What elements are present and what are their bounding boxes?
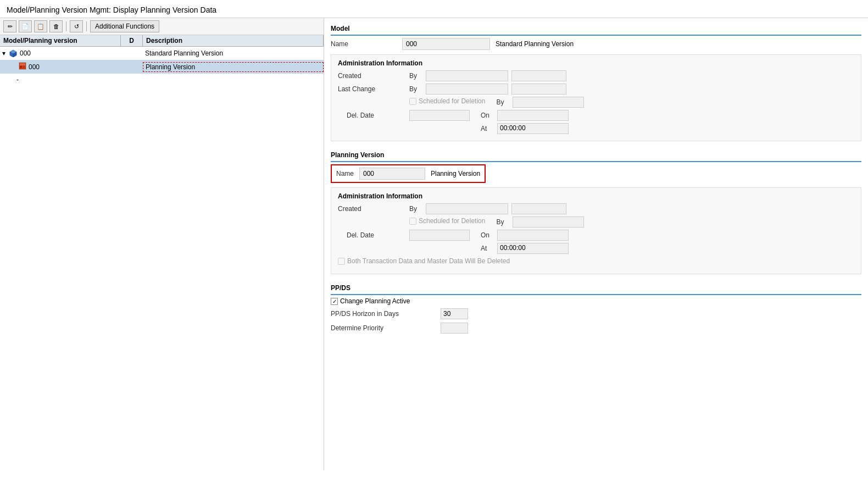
pv-created-row: Created By — [338, 203, 854, 214]
pv-admin-section: Administration Information Created By Sc… — [331, 187, 861, 274]
tree-desc-planning: Planning Version — [143, 62, 324, 72]
pv-del-date-row: Del. Date On — [338, 230, 854, 241]
pv-both-transaction-checkbox[interactable] — [338, 258, 345, 265]
tree-d-model — [121, 52, 143, 54]
model-lastchange-label: Last Change — [338, 85, 409, 93]
pv-on-label: On — [481, 231, 497, 239]
pv-name-box: Name 000 Planning Version — [331, 164, 486, 183]
model-del-date-label: Del. Date — [338, 112, 409, 119]
pv-del-date-label: Del. Date — [338, 231, 409, 239]
ppds-section: PP/DS ✓ Change Planning Active PP/DS Hor… — [331, 282, 861, 334]
pv-at-value: 00:00:00 — [497, 243, 569, 254]
pv-name-desc: Planning Version — [431, 170, 480, 178]
tree-col1-header: Model/Planning version — [0, 35, 121, 46]
ppds-horizon-value: 30 — [441, 308, 468, 319]
model-sched-del-label: Scheduled for Deletion — [419, 97, 485, 105]
model-name-desc: Standard Planning Version — [496, 40, 574, 48]
toolbar-btn-3[interactable]: 📋 — [34, 20, 47, 32]
toolbar-btn-1[interactable]: ✏ — [3, 20, 16, 32]
model-name-field: Name 000 Standard Planning Version — [331, 38, 861, 50]
tree-desc-model: Standard Planning Version — [143, 48, 324, 58]
model-at-row: At 00:00:00 — [338, 123, 854, 134]
model-sched-del-checkbox-row: Scheduled for Deletion — [409, 97, 485, 105]
ppds-horizon-row: PP/DS Horizon in Days 30 — [331, 308, 861, 319]
tree-body: ▾ 000 Standard Planning Version — [0, 47, 324, 470]
ppds-section-header: PP/DS — [331, 282, 861, 295]
toolbar-btn-refresh[interactable]: ↺ — [70, 20, 83, 32]
toolbar-btn-2[interactable]: 📄 — [19, 20, 32, 32]
model-lastchange-date — [511, 84, 566, 95]
model-created-by-value — [426, 70, 508, 81]
pv-sched-by-value — [513, 217, 584, 228]
ppds-change-planning-row: ✓ Change Planning Active — [331, 297, 861, 305]
pv-sched-del-row: Scheduled for Deletion By — [338, 217, 854, 228]
ppds-priority-row: Determine Priority — [331, 323, 861, 334]
pv-section-header: Planning Version — [331, 149, 861, 162]
model-lastchange-by-label: By — [409, 85, 426, 93]
tree-col2-header: D — [121, 35, 143, 46]
change-planning-checkbox[interactable]: ✓ — [331, 298, 338, 305]
model-section: Model Name 000 Standard Planning Version… — [331, 23, 861, 141]
right-panel: Model Name 000 Standard Planning Version… — [324, 18, 868, 470]
model-on-label: On — [481, 112, 497, 119]
pv-sched-del-label: Scheduled for Deletion — [419, 217, 485, 225]
tree-name-model: 000 — [20, 49, 31, 57]
pv-sched-by-label: By — [496, 218, 513, 226]
model-created-label: Created — [338, 72, 409, 80]
ppds-priority-value — [441, 323, 468, 334]
tree-expand-icon: ▾ — [2, 49, 7, 57]
model-del-date-row: Del. Date On — [338, 110, 854, 121]
model-sched-by-value — [513, 97, 584, 108]
toolbar-btn-delete[interactable]: 🗑 — [49, 20, 63, 32]
model-del-date-value — [409, 110, 470, 121]
pv-created-date — [511, 203, 566, 214]
model-sched-del-checkbox[interactable] — [409, 98, 416, 105]
pv-created-by-value — [426, 203, 508, 214]
ppds-horizon-label: PP/DS Horizon in Days — [331, 310, 441, 318]
tree-d-planning — [121, 66, 143, 68]
model-icon — [9, 49, 18, 58]
model-sched-by-label: By — [496, 98, 513, 106]
pv-sched-del-checkbox[interactable] — [409, 218, 416, 225]
additional-functions-button[interactable]: Additional Functions — [90, 20, 159, 32]
toolbar: ✏ 📄 📋 🗑 ↺ Additional Functions — [0, 18, 324, 35]
pv-name-label: Name — [336, 170, 354, 178]
tree-cell-name-planning: 000 — [0, 61, 121, 73]
change-planning-label: Change Planning Active — [340, 297, 410, 305]
pv-both-transaction-checkbox-row: Both Transaction Data and Master Data Wi… — [338, 257, 510, 265]
model-name-label: Name — [331, 40, 397, 48]
svg-rect-5 — [20, 63, 25, 65]
toolbar-separator — [66, 21, 66, 31]
model-created-by-label: By — [409, 72, 426, 80]
page-title: Model/Planning Version Mgmt: Display Pla… — [0, 0, 868, 18]
tree-row-model[interactable]: ▾ 000 Standard Planning Version — [0, 47, 324, 60]
pv-sched-del-checkbox-row: Scheduled for Deletion — [409, 217, 485, 225]
model-admin-section: Administration Information Created By La… — [331, 54, 861, 141]
pv-both-transaction-row: Both Transaction Data and Master Data Wi… — [338, 257, 854, 267]
pv-del-date-value — [409, 230, 470, 241]
planning-version-section: Planning Version Name 000 Planning Versi… — [331, 149, 861, 274]
pv-created-label: Created — [338, 205, 409, 213]
tree-dash: - — [16, 76, 19, 84]
model-admin-title: Administration Information — [338, 59, 854, 67]
model-section-header: Model — [331, 23, 861, 36]
tree-row-planning[interactable]: 000 Planning Version — [0, 60, 324, 74]
pv-on-value — [497, 230, 569, 241]
pv-admin-title: Administration Information — [338, 192, 854, 200]
model-lastchange-by-value — [426, 84, 508, 95]
ppds-priority-label: Determine Priority — [331, 324, 441, 332]
pv-at-row: At 00:00:00 — [338, 243, 854, 254]
planning-icon — [19, 62, 26, 71]
model-created-row: Created By — [338, 70, 854, 81]
tree-name-planning: 000 — [29, 63, 40, 71]
model-lastchange-row: Last Change By — [338, 84, 854, 95]
model-at-label: At — [481, 125, 497, 132]
pv-both-transaction-label: Both Transaction Data and Master Data Wi… — [347, 257, 510, 265]
model-sched-del-row: Scheduled for Deletion By — [338, 97, 854, 108]
pv-name-value: 000 — [359, 168, 425, 180]
left-panel: ✏ 📄 📋 🗑 ↺ Additional Functions Model/Pla… — [0, 18, 324, 470]
model-at-value: 00:00:00 — [497, 123, 569, 134]
tree-row-dash: - — [0, 74, 324, 86]
pv-created-by-label: By — [409, 205, 426, 213]
tree-cell-name-model: ▾ 000 — [0, 48, 121, 59]
